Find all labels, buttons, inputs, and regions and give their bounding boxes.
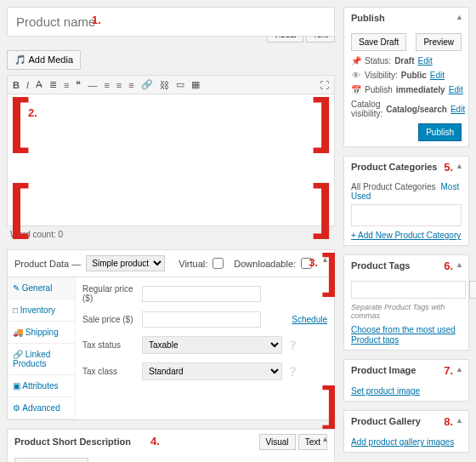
preview-button[interactable]: Preview (416, 33, 462, 51)
product-type-select[interactable]: Simple product (86, 255, 165, 271)
tab-shipping[interactable]: 🚚 Shipping (8, 322, 75, 344)
annotation-4: 4. (150, 435, 160, 448)
edit-status-link[interactable]: Edit (417, 56, 432, 66)
bracket-icon: ] (322, 380, 337, 427)
add-media-button[interactable]: 🎵 Add Media (14, 458, 88, 462)
virtual-checkbox[interactable] (212, 258, 224, 269)
word-count: Word count: 0 (7, 226, 335, 242)
link-icon[interactable]: 🔗 (141, 79, 153, 90)
product-title-input[interactable] (7, 7, 335, 37)
unlink-icon[interactable]: ⛓ (160, 80, 169, 90)
tab-inventory[interactable]: □ Inventory (8, 299, 75, 322)
bracket-icon: ] (313, 176, 332, 236)
editor-toolbar: B I A̶ ≣ ≡ ❝ — ≡ ≡ ≡ 🔗 ⛓ ▭ ▦ ⛶ (7, 75, 335, 94)
collapse-icon[interactable]: ▲ (456, 416, 463, 425)
add-tag-button[interactable]: Add (469, 281, 476, 299)
annotation-2: 2. (28, 106, 37, 119)
eye-icon: 👁 (351, 71, 361, 80)
calendar-icon: 📅 (351, 85, 361, 94)
tab-attributes[interactable]: ▣ Attributes (8, 375, 75, 397)
annotation-3: 3. (309, 256, 318, 269)
annotation-8: 8. (444, 415, 453, 428)
virtual-label: Virtual: (178, 259, 207, 269)
tax-status-select[interactable]: Taxable (142, 336, 282, 354)
annotation-7: 7. (444, 364, 453, 377)
choose-tags-link[interactable]: Choose from the most used Product tags (351, 325, 456, 345)
add-media-button[interactable]: 🎵 Add Media (7, 50, 81, 70)
help-icon[interactable]: ❔ (287, 340, 298, 350)
add-gallery-link[interactable]: Add product gallery images (351, 437, 454, 447)
pin-icon: 📌 (351, 56, 361, 66)
add-category-link[interactable]: + Add New Product Category (351, 231, 461, 240)
media-icon: 🎵 (14, 54, 28, 65)
tag-hint: Separate Product Tags with commas (351, 303, 462, 320)
product-data-header: Product Data — Simple product Virtual: D… (7, 249, 335, 277)
help-icon[interactable]: ❔ (287, 367, 298, 376)
align-center-icon[interactable]: ≡ (116, 80, 122, 90)
bracket-icon: [ (9, 176, 29, 236)
schedule-link[interactable]: Schedule (292, 315, 327, 324)
annotation-5: 5. (444, 161, 453, 174)
collapse-icon[interactable]: ▲ (321, 435, 329, 443)
downloadable-label: Downloadable: (234, 259, 296, 269)
bracket-icon: ] (322, 248, 337, 294)
annotation-1: 1. (92, 14, 101, 26)
publish-header: Publish▲ (344, 8, 468, 28)
ul-icon[interactable]: ≣ (49, 79, 57, 90)
align-right-icon[interactable]: ≡ (128, 80, 133, 90)
tab-general[interactable]: ✎ General (8, 277, 75, 299)
annotation-6: 6. (444, 260, 453, 272)
product-data-label: Product Data — (14, 259, 81, 269)
collapse-icon[interactable]: ▲ (456, 162, 463, 170)
short-description-header: Product Short Description 4. ▲ (8, 430, 334, 453)
ol-icon[interactable]: ≡ (64, 80, 69, 90)
edit-visibility-link[interactable]: Edit (430, 71, 445, 80)
category-list[interactable] (351, 204, 462, 226)
sale-price-input[interactable] (142, 311, 261, 328)
collapse-icon[interactable]: ▲ (456, 260, 463, 269)
tag-input[interactable] (351, 281, 466, 299)
collapse-icon[interactable]: ▲ (456, 365, 463, 374)
save-draft-button[interactable]: Save Draft (351, 33, 406, 51)
all-categories-tab[interactable]: All Product Categories (351, 182, 436, 191)
publish-button[interactable]: Publish (418, 123, 462, 141)
regular-price-label: Regular price ($) (82, 284, 142, 303)
tax-class-select[interactable]: Standard (142, 362, 282, 380)
tab-advanced[interactable]: ⚙ Advanced (8, 397, 75, 419)
align-left-icon[interactable]: ≡ (104, 80, 109, 90)
set-image-link[interactable]: Set product image (351, 386, 420, 396)
collapse-icon[interactable]: ▲ (456, 13, 463, 21)
bracket-icon: ] (313, 90, 332, 150)
tax-class-label: Tax class (82, 367, 142, 376)
editor-content[interactable]: [ [ ] ] 2. (7, 94, 335, 226)
bracket-icon: [ (9, 90, 29, 150)
tax-status-label: Tax status (82, 340, 142, 350)
sale-price-label: Sale price ($) (82, 315, 142, 324)
toolbar-toggle-icon[interactable]: ▦ (191, 79, 200, 90)
edit-publish-link[interactable]: Edit (449, 85, 463, 94)
quote-icon[interactable]: ❝ (76, 79, 81, 90)
tab-linked[interactable]: 🔗 Linked Products (8, 344, 75, 375)
strike-icon[interactable]: A̶ (36, 79, 42, 90)
more-icon[interactable]: ▭ (176, 79, 184, 90)
regular-price-input[interactable] (142, 286, 261, 302)
edit-catalog-link[interactable]: Edit (450, 105, 465, 114)
hr-icon[interactable]: — (88, 80, 97, 90)
